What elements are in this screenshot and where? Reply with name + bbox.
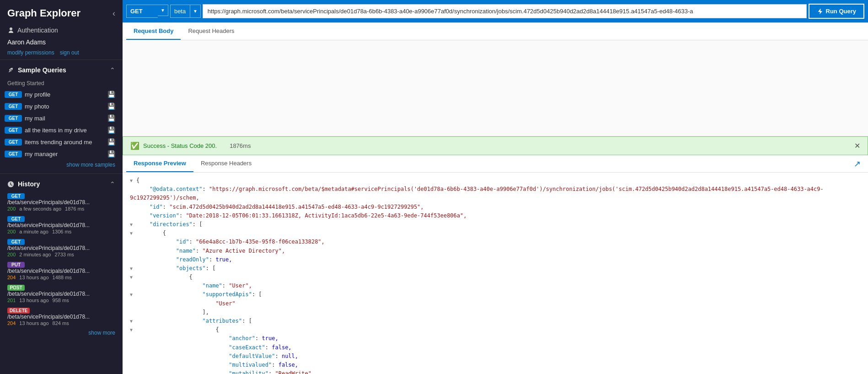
- query-item[interactable]: GET my profile 💾: [0, 88, 123, 100]
- response-line: "@odata.context": "https://graph.microso…: [130, 185, 861, 202]
- show-more-history-button[interactable]: show more: [0, 328, 123, 338]
- query-item[interactable]: GET all the items in my drive 💾: [0, 124, 123, 136]
- json-value: "66e4a8cc-1b7b-435e-95f8-f06cea133828",: [196, 238, 325, 245]
- json-key: "name": [176, 248, 196, 254]
- auth-label: Authentication: [7, 27, 115, 34]
- history-method-badge: GET: [7, 216, 25, 222]
- version-dropdown-button[interactable]: ▼: [190, 5, 201, 18]
- query-item[interactable]: GET my mail 💾: [0, 112, 123, 124]
- json-bracket: ],: [203, 309, 209, 315]
- query-item[interactable]: GET my manager 💾: [0, 148, 123, 160]
- collapse-arrow[interactable]: ▼: [130, 230, 135, 237]
- modify-permissions-link[interactable]: modify permissions: [7, 49, 54, 56]
- sidebar-title: Graph Explorer: [7, 7, 80, 19]
- query-item[interactable]: GET my photo 💾: [0, 100, 123, 112]
- history-method-badge: POST: [7, 285, 25, 291]
- method-badge: GET: [5, 91, 22, 98]
- history-duration: 1876 ms: [65, 206, 84, 211]
- history-duration: 1306 ms: [52, 229, 71, 234]
- json-bracket: {: [215, 326, 219, 333]
- json-value: "scim.472d5d0425b940d2ad2d8a144418e915.a…: [169, 204, 423, 210]
- history-code: 200: [7, 229, 16, 234]
- success-icon: ✅: [130, 141, 139, 150]
- collapse-arrow[interactable]: ▼: [130, 265, 135, 272]
- tab-request-body[interactable]: Request Body: [126, 23, 181, 40]
- history-code: 204: [7, 320, 16, 326]
- method-select-wrapper: GET POST PUT PATCH DELETE ▼: [126, 5, 168, 18]
- json-key: "objects": [176, 265, 206, 271]
- history-code: 200: [7, 206, 16, 211]
- json-key: "multivalued": [229, 362, 272, 368]
- response-line: "caseExact": false,: [130, 343, 861, 352]
- history-title: History: [7, 180, 40, 188]
- response-line: "User": [130, 299, 861, 308]
- response-line: ▼ "supportedApis": [: [130, 290, 861, 299]
- method-badge: GET: [5, 139, 22, 146]
- show-more-samples-button[interactable]: show more samples: [0, 160, 123, 170]
- query-label: items trending around me: [25, 139, 105, 146]
- person-icon: [7, 27, 15, 34]
- history-item-row: PUT /beta/servicePrincipals/de01d78...: [7, 261, 115, 274]
- method-dropdown-button[interactable]: ▼: [158, 5, 168, 16]
- query-item[interactable]: GET items trending around me 💾: [0, 136, 123, 148]
- version-select[interactable]: beta v1.0: [170, 5, 190, 18]
- method-badge: GET: [5, 127, 22, 134]
- tab-response-headers[interactable]: Response Headers: [193, 155, 259, 172]
- export-button[interactable]: ↗: [850, 157, 864, 171]
- method-select[interactable]: GET POST PUT PATCH DELETE: [126, 5, 158, 18]
- method-badge: GET: [5, 151, 22, 157]
- history-url: /beta/servicePrincipals/de01d78...: [7, 199, 115, 206]
- run-query-button[interactable]: Run Query: [809, 4, 864, 19]
- tab-response-preview[interactable]: Response Preview: [126, 155, 193, 172]
- history-icon: [7, 181, 14, 188]
- sidebar-collapse-button[interactable]: ‹: [113, 9, 115, 18]
- response-area[interactable]: ▼{ "@odata.context": "https://graph.micr…: [123, 173, 868, 374]
- save-icon: 💾: [107, 150, 115, 157]
- json-value: null,: [282, 353, 298, 359]
- url-input[interactable]: [203, 4, 807, 18]
- history-item[interactable]: GET /beta/servicePrincipals/de01d78... 2…: [0, 213, 123, 236]
- history-meta: 204 13 hours ago 1488 ms: [7, 275, 115, 280]
- json-value: [: [249, 318, 252, 324]
- history-item[interactable]: GET /beta/servicePrincipals/de01d78... 2…: [0, 190, 123, 213]
- collapse-arrow[interactable]: ▼: [130, 326, 135, 334]
- json-key: "defaultValue": [229, 353, 275, 359]
- history-item[interactable]: PUT /beta/servicePrincipals/de01d78... 2…: [0, 259, 123, 282]
- response-line: ],: [130, 308, 861, 317]
- history-item[interactable]: POST /beta/servicePrincipals/de01d78... …: [0, 282, 123, 305]
- response-line: "anchor": true,: [130, 334, 861, 343]
- json-key: "id": [176, 238, 189, 245]
- query-label: all the items in my drive: [25, 127, 105, 134]
- collapse-arrow[interactable]: ▼: [130, 177, 135, 184]
- response-line: ▼{: [130, 176, 861, 185]
- collapse-arrow[interactable]: ▼: [130, 221, 135, 228]
- sidebar-header: Graph Explorer ‹: [0, 0, 123, 23]
- history-duration: 2733 ms: [54, 252, 74, 257]
- tab-request-headers[interactable]: Request Headers: [181, 23, 241, 40]
- history-time: a few seconds ago: [19, 206, 61, 211]
- lightning-icon: [817, 8, 823, 15]
- collapse-arrow[interactable]: ▼: [130, 291, 135, 298]
- history-meta: 200 2 minutes ago 2733 ms: [7, 252, 115, 257]
- json-value: "https://graph.microsoft.com/beta/$metad…: [130, 186, 824, 201]
- history-url: /beta/servicePrincipals/de01d78...: [7, 222, 115, 228]
- collapse-arrow[interactable]: ▼: [130, 274, 135, 281]
- success-close-button[interactable]: ✕: [854, 141, 860, 150]
- collapse-arrow[interactable]: ▼: [130, 318, 135, 325]
- response-line: ▼ {: [130, 229, 861, 238]
- save-icon: 💾: [107, 126, 115, 134]
- history-header[interactable]: History ⌃: [0, 178, 123, 190]
- request-tabs-area: Request Body Request Headers: [123, 23, 868, 40]
- query-bar: GET POST PUT PATCH DELETE ▼ beta v1.0 ▼ …: [123, 0, 868, 23]
- json-key: "supportedApis": [203, 291, 252, 298]
- history-item[interactable]: DELETE /beta/servicePrincipals/de01d78..…: [0, 305, 123, 328]
- sample-queries-header[interactable]: Sample Queries ⌃: [0, 64, 123, 76]
- request-body-editor[interactable]: [123, 40, 868, 136]
- sign-out-link[interactable]: sign out: [60, 49, 79, 56]
- response-line: "mutability": "ReadWrite",: [130, 369, 861, 374]
- response-line: "name": "User",: [130, 282, 861, 290]
- history-item[interactable]: GET /beta/servicePrincipals/de01d78... 2…: [0, 236, 123, 259]
- json-key: "version": [150, 212, 179, 219]
- history-url: /beta/servicePrincipals/de01d78...: [7, 245, 115, 251]
- history-time: 13 hours ago: [19, 275, 48, 280]
